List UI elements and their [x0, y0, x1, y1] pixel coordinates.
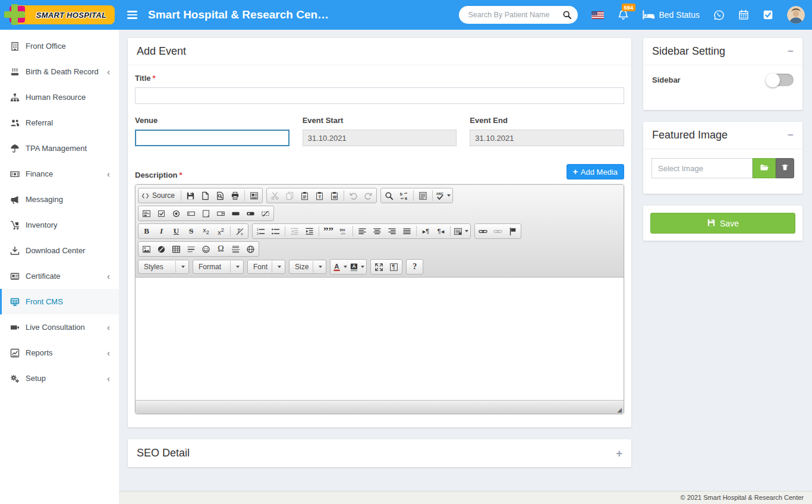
- editor-bgcolor-button[interactable]: A: [348, 260, 366, 273]
- editor-showblocks-button[interactable]: ¶: [386, 260, 401, 273]
- editor-image-button[interactable]: [139, 242, 154, 256]
- sidebar-item-birth-death-record[interactable]: Birth & Death Record‹: [0, 59, 119, 84]
- editor-form-button[interactable]: [139, 207, 154, 220]
- expand-icon[interactable]: +: [616, 448, 622, 459]
- editor-selectall-button[interactable]: [416, 189, 430, 202]
- editor-select-button[interactable]: [213, 207, 228, 220]
- event-start-input[interactable]: [303, 130, 457, 146]
- sidebar-item-reports[interactable]: Reports‹: [0, 340, 119, 366]
- editor-table-button[interactable]: [169, 242, 184, 256]
- select-image-input[interactable]: [652, 158, 753, 178]
- editor-blockquote-button[interactable]: ””: [321, 225, 336, 238]
- sidebar-item-messaging[interactable]: Messaging: [0, 187, 119, 212]
- editor-imagebutton-button[interactable]: [243, 207, 258, 220]
- event-end-input[interactable]: [470, 130, 624, 146]
- nav-whatsapp[interactable]: [713, 10, 725, 21]
- editor-format-combo[interactable]: Format: [193, 260, 244, 274]
- browse-image-button[interactable]: [753, 158, 776, 178]
- editor-link-button[interactable]: [476, 225, 490, 238]
- editor-bulletedlist-button[interactable]: [268, 225, 283, 238]
- editor-indent-button[interactable]: [302, 225, 317, 238]
- editor-strike-button[interactable]: S: [184, 225, 199, 238]
- app-logo[interactable]: SMART HOSPITAL: [4, 5, 115, 24]
- editor-paste-word-button[interactable]: W: [327, 189, 342, 202]
- editor-bidirtl-button[interactable]: ¶◂: [433, 225, 448, 238]
- editor-radio-button[interactable]: [169, 207, 184, 220]
- sidebar-item-inventory[interactable]: Inventory: [0, 212, 119, 238]
- editor-checkbox-button[interactable]: [154, 207, 169, 220]
- sidebar-item-finance[interactable]: Finance‹: [0, 161, 119, 187]
- nav-flag-us[interactable]: [591, 11, 604, 19]
- editor-justifycenter-button[interactable]: [370, 225, 385, 238]
- collapse-icon[interactable]: −: [788, 130, 794, 140]
- editor-styles-combo[interactable]: Styles: [138, 260, 189, 274]
- editor-hiddenfield-button[interactable]: [258, 207, 273, 220]
- editor-textarea-button[interactable]: [199, 207, 213, 220]
- editor-flash-button[interactable]: [154, 242, 169, 256]
- sidebar-item-live-consultation[interactable]: Live Consultation‹: [0, 314, 119, 340]
- sidebar-item-front-office[interactable]: Front Office: [0, 33, 119, 59]
- sidebar-toggle-button[interactable]: [125, 8, 140, 21]
- editor-pagebreak-button[interactable]: [228, 242, 243, 256]
- editor-removeformat-button[interactable]: Tx: [232, 225, 247, 238]
- editor-italic-button[interactable]: I: [154, 225, 169, 238]
- editor-paste-text-button[interactable]: T: [312, 189, 327, 202]
- editor-font-combo[interactable]: Font: [247, 260, 285, 274]
- sidebar-item-setup[interactable]: Setup‹: [0, 366, 119, 391]
- venue-input[interactable]: [135, 130, 289, 146]
- editor-justifyblock-button[interactable]: [399, 225, 414, 238]
- remove-image-button[interactable]: [776, 158, 794, 178]
- sidebar-item-tpa-management[interactable]: TPA Management: [0, 136, 119, 161]
- editor-superscript-button[interactable]: x2: [213, 225, 228, 238]
- editor-newpage-button[interactable]: [198, 189, 213, 202]
- editor-about-button[interactable]: ?: [407, 260, 422, 273]
- nav-calendar[interactable]: [738, 10, 749, 20]
- editor-justifyright-button[interactable]: [385, 225, 399, 238]
- add-media-button[interactable]: + Add Media: [566, 164, 624, 179]
- editor-textfield-button[interactable]: [184, 207, 199, 220]
- title-input[interactable]: [135, 87, 624, 104]
- editor-anchor-button[interactable]: [505, 225, 520, 238]
- editor-print-button[interactable]: [228, 189, 243, 202]
- patient-search-input[interactable]: [467, 10, 562, 20]
- editor-paste-button[interactable]: [297, 189, 312, 202]
- editor-horizontalrule-button[interactable]: [184, 242, 199, 256]
- seo-detail-card[interactable]: SEO Detail +: [128, 439, 631, 467]
- sidebar-item-certificate[interactable]: Certificate‹: [0, 263, 119, 289]
- editor-source-button[interactable]: Source: [139, 189, 179, 202]
- editor-creatediv-button[interactable]: DIV</>: [336, 225, 351, 238]
- editor-button-button[interactable]: [228, 207, 243, 220]
- collapse-icon[interactable]: −: [788, 46, 794, 56]
- editor-iframe-button[interactable]: [243, 242, 258, 256]
- user-avatar[interactable]: [787, 6, 805, 24]
- editor-replace-button[interactable]: ba: [396, 189, 411, 202]
- nav-avatar[interactable]: [787, 6, 805, 24]
- nav-bed-bed-status[interactable]: Bed Status: [643, 10, 700, 20]
- editor-size-combo[interactable]: Size: [289, 260, 326, 274]
- editor-find-button[interactable]: [382, 189, 396, 202]
- editor-bidiltr-button[interactable]: ▸¶: [418, 225, 433, 238]
- editor-language-button[interactable]: [452, 225, 470, 238]
- editor-justifyleft-button[interactable]: [355, 225, 370, 238]
- sidebar-toggle-switch[interactable]: [766, 74, 794, 86]
- editor-preview-button[interactable]: [213, 189, 228, 202]
- editor-underline-button[interactable]: U: [169, 225, 184, 238]
- search-icon[interactable]: [562, 10, 572, 20]
- editor-smiley-button[interactable]: [199, 242, 213, 256]
- editor-numberedlist-button[interactable]: 12: [253, 225, 268, 238]
- editor-subscript-button[interactable]: x2: [199, 225, 213, 238]
- sidebar-item-download-center[interactable]: Download Center: [0, 238, 119, 263]
- save-button[interactable]: Save: [650, 213, 795, 234]
- sidebar-item-referral[interactable]: Referral: [0, 110, 119, 136]
- editor-scayt-button[interactable]: ABC: [435, 189, 452, 202]
- editor-resize-handle[interactable]: ◢: [617, 407, 622, 413]
- editor-save-button[interactable]: [183, 189, 198, 202]
- nav-check-square[interactable]: [763, 10, 773, 20]
- editor-content-area[interactable]: [136, 278, 624, 400]
- sidebar-item-front-cms[interactable]: Front CMS: [0, 289, 119, 314]
- editor-maximize-button[interactable]: [372, 260, 386, 273]
- editor-bold-button[interactable]: B: [139, 225, 154, 238]
- editor-specialchar-button[interactable]: Ω: [213, 242, 228, 256]
- editor-templates-button[interactable]: [247, 189, 262, 202]
- sidebar-item-human-resource[interactable]: Human Resource: [0, 84, 119, 110]
